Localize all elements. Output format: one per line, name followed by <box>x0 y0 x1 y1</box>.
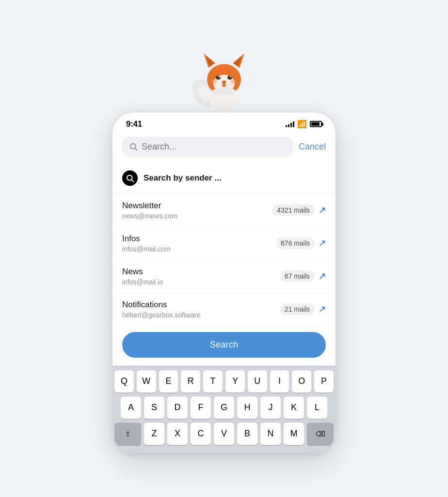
wifi-icon: 📶 <box>297 119 307 129</box>
arrow-icon: ↗ <box>319 205 326 215</box>
search-by-sender-row[interactable]: Search by sender ... <box>112 163 336 194</box>
mail-count: 4321 mails <box>272 204 315 216</box>
svg-point-14 <box>222 84 226 87</box>
sender-email: hébert@gearbox.software <box>122 311 280 319</box>
search-button[interactable]: Search <box>122 332 326 358</box>
sender-right: 4321 mails ↗ <box>272 204 326 216</box>
search-icon <box>129 142 138 151</box>
mail-count: 21 mails <box>280 303 315 315</box>
key-l[interactable]: L <box>307 397 327 419</box>
key-a[interactable]: A <box>121 397 141 419</box>
sender-info: Notifications hébert@gearbox.software <box>122 300 280 319</box>
status-bar: 9:41 📶 <box>112 113 336 133</box>
key-y[interactable]: Y <box>225 370 245 393</box>
key-g[interactable]: G <box>214 397 234 419</box>
sender-name: Infos <box>122 234 276 244</box>
search-input-wrapper[interactable] <box>122 137 293 157</box>
key-e[interactable]: E <box>159 370 178 393</box>
arrow-icon: ↗ <box>319 238 326 248</box>
fox-mascot <box>190 45 258 113</box>
key-shift[interactable]: ⇧ <box>114 423 141 445</box>
key-o[interactable]: O <box>292 370 311 393</box>
key-c[interactable]: C <box>191 423 211 445</box>
key-u[interactable]: U <box>248 370 267 393</box>
key-delete[interactable]: ⌫ <box>307 423 334 445</box>
search-button-area: Search <box>112 326 336 365</box>
key-m[interactable]: M <box>284 423 304 445</box>
mail-count: 876 mails <box>276 237 315 249</box>
sender-email: news@mews.com <box>122 212 272 220</box>
status-icons: 📶 <box>286 119 322 129</box>
cancel-button[interactable]: Cancel <box>299 142 326 152</box>
keyboard-row-2: A S D F G H J K L <box>114 397 334 419</box>
keyboard-row-1: Q W E R T Y U I O P <box>114 370 334 393</box>
sender-info: Newsletter news@mews.com <box>122 201 272 220</box>
key-h[interactable]: H <box>237 397 257 419</box>
sender-item-notifications[interactable]: Notifications hébert@gearbox.software 21… <box>112 293 336 326</box>
search-by-sender-label: Search by sender ... <box>144 173 222 183</box>
key-n[interactable]: N <box>260 423 281 445</box>
svg-point-18 <box>212 87 236 95</box>
sender-search-icon <box>122 170 138 186</box>
svg-line-22 <box>131 180 133 182</box>
sender-email: infos@mail.com <box>122 245 276 253</box>
sender-item-news[interactable]: News infos@mail.io 67 mails ↗ <box>112 260 336 293</box>
svg-point-16 <box>231 80 237 83</box>
sender-item-infos[interactable]: Infos infos@mail.com 876 mails ↗ <box>112 227 336 260</box>
key-v[interactable]: V <box>214 423 234 445</box>
key-j[interactable]: J <box>260 397 281 419</box>
key-b[interactable]: B <box>237 423 257 445</box>
sender-item-newsletter[interactable]: Newsletter news@mews.com 4321 mails ↗ <box>112 194 336 227</box>
sender-right: 21 mails ↗ <box>280 303 326 315</box>
key-r[interactable]: R <box>181 370 200 393</box>
battery-icon <box>310 121 322 127</box>
svg-line-20 <box>135 148 137 150</box>
search-area: Cancel <box>112 133 336 163</box>
key-k[interactable]: K <box>284 397 304 419</box>
key-x[interactable]: X <box>167 423 188 445</box>
arrow-icon: ↗ <box>319 271 326 282</box>
sender-right: 67 mails ↗ <box>280 270 326 282</box>
key-z[interactable]: Z <box>144 423 164 445</box>
sender-info: Infos infos@mail.com <box>122 234 276 253</box>
mail-count: 67 mails <box>280 270 315 282</box>
key-t[interactable]: T <box>203 370 223 393</box>
search-input[interactable] <box>142 142 286 152</box>
sender-list: Search by sender ... Newsletter news@mew… <box>112 163 336 365</box>
sender-right: 876 mails ↗ <box>276 237 326 249</box>
svg-point-15 <box>211 80 217 83</box>
sender-email: infos@mail.io <box>122 278 280 286</box>
key-w[interactable]: W <box>137 370 156 393</box>
signal-icon <box>286 121 294 127</box>
keyboard-row-3: ⇧ Z X C V B N M ⌫ <box>114 423 334 445</box>
sender-name: Notifications <box>122 300 280 310</box>
svg-point-13 <box>222 81 226 83</box>
key-s[interactable]: S <box>144 397 164 419</box>
status-time: 9:41 <box>126 119 142 129</box>
sender-name: News <box>122 267 280 277</box>
key-i[interactable]: I <box>270 370 289 393</box>
sender-name: Newsletter <box>122 201 272 211</box>
keyboard: Q W E R T Y U I O P A S D F G H J K <box>112 365 336 453</box>
phone-frame: 9:41 📶 <box>112 113 336 453</box>
sender-info: News infos@mail.io <box>122 267 280 286</box>
svg-point-12 <box>230 76 232 77</box>
key-q[interactable]: Q <box>114 370 134 393</box>
key-f[interactable]: F <box>191 397 211 419</box>
svg-point-11 <box>219 76 220 77</box>
page-wrapper: 9:41 📶 <box>112 45 336 453</box>
key-d[interactable]: D <box>167 397 188 419</box>
key-p[interactable]: P <box>314 370 334 393</box>
arrow-icon: ↗ <box>319 304 326 315</box>
